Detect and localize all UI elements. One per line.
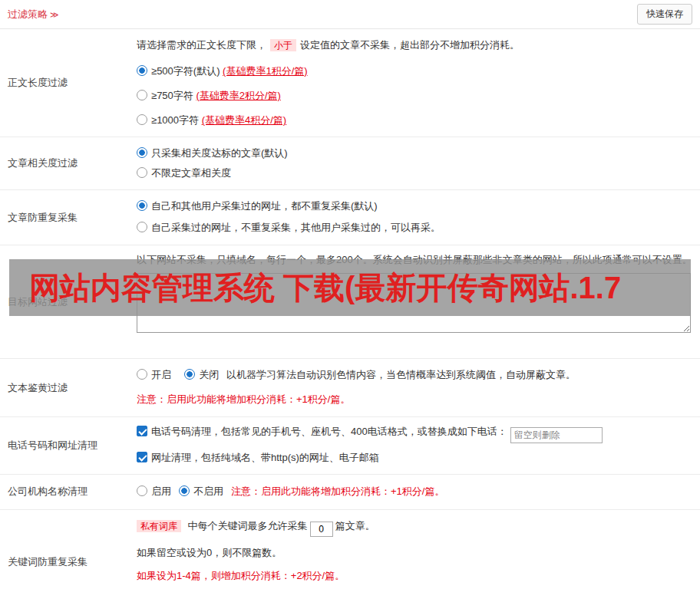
body-length-intro: 请选择需求的正文长度下限，小于设定值的文章不采集，超出部分不增加积分消耗。 — [137, 38, 692, 52]
checkbox-option-url-cleanup[interactable]: 网址清理，包括纯域名、带http(s)的网址、电子邮箱 — [137, 451, 692, 465]
intro-pre: 请选择需求的正文长度下限， — [137, 39, 266, 51]
keyword-limit-line: 私有词库 中每个关键词最多允许采集篇文章。 — [137, 519, 692, 537]
radio-option-dedupe-self[interactable]: 自己采集过的网址，不重复采集，其他用户采集过的，可以再采。 — [137, 221, 692, 235]
radio-option-porn-off[interactable]: 关闭 — [184, 369, 219, 380]
keyword-limit-input[interactable] — [310, 522, 333, 537]
option-text: 不启用 — [193, 485, 223, 497]
intro-post: 设定值的文章不采集，超出部分不增加积分消耗。 — [300, 39, 520, 51]
line-text: 中每个关键词最多允许采集 — [185, 520, 308, 531]
option-text: ≥500字符(默认) — [151, 65, 223, 77]
replacement-phone-input[interactable] — [510, 427, 603, 443]
keyword-cost-note: 如果设为1-4篇，则增加积分消耗：+2积分/篇。 — [137, 569, 692, 583]
row-label-phone-url: 电话号码和网址清理 — [0, 417, 132, 474]
porn-filter-options: 开启 关闭 以机器学习算法自动识别色情内容，当色情概率达到系统阈值，自动屏蔽文章… — [137, 368, 692, 382]
line-text: 篇文章。 — [335, 520, 375, 531]
private-lexicon-chip: 私有词库 — [137, 520, 181, 532]
option-fee-note: (基础费率4积分/篇) — [202, 114, 287, 126]
radio-icon[interactable] — [137, 485, 147, 496]
radio-option-porn-on[interactable]: 开启 — [137, 369, 171, 380]
option-text: ≥750字符 — [151, 90, 196, 101]
keyword-note-unlimited: 如果留空或设为0，则不限篇数。 — [137, 546, 692, 560]
quick-save-button[interactable]: 快速保存 — [637, 4, 692, 25]
porn-filter-desc: 以机器学习算法自动识别色情内容，当色情概率达到系统阈值，自动屏蔽文章。 — [226, 369, 576, 380]
row-dedupe: 文章防重复采集 自己和其他用户采集过的网址，都不重复采集(默认) 自己采集过的网… — [0, 190, 700, 245]
radio-option-dedupe-all[interactable]: 自己和其他用户采集过的网址，都不重复采集(默认) — [137, 199, 692, 213]
intro-highlight-chip: 小于 — [270, 39, 296, 51]
row-label-porn-filter: 文本鉴黄过滤 — [0, 359, 132, 416]
option-text: 自己采集过的网址，不重复采集，其他用户采集过的，可以再采。 — [151, 222, 441, 233]
radio-option-1000[interactable]: ≥1000字符 (基础费率4积分/篇) — [137, 114, 692, 127]
option-text: 开启 — [151, 369, 171, 380]
row-label-keyword: 关键词防重复采集 — [0, 510, 132, 589]
company-cost-note: 注意：启用此功能将增加积分消耗：+1积分/篇。 — [231, 485, 444, 499]
row-phone-url-cleanup: 电话号码和网址清理 电话号码清理，包括常见的手机号、座机号、400电话格式，或替… — [0, 417, 700, 475]
radio-icon[interactable] — [137, 369, 147, 380]
radio-selected-icon[interactable] — [137, 200, 147, 211]
row-relevance: 文章相关度过滤 只采集相关度达标的文章(默认) 不限定文章相关度 — [0, 137, 700, 190]
checkbox-checked-icon[interactable] — [137, 426, 147, 436]
row-porn-filter: 文本鉴黄过滤 开启 关闭 以机器学习算法自动识别色情内容，当色情概率达到系统阈值… — [0, 359, 700, 417]
radio-icon[interactable] — [137, 167, 147, 178]
row-label-relevance: 文章相关度过滤 — [0, 137, 132, 189]
option-text: 只采集相关度达标的文章(默认) — [151, 147, 288, 159]
radio-option-company-on[interactable]: 启用 — [137, 485, 171, 499]
radio-option-750[interactable]: ≥750字符 (基础费率2积分/篇) — [137, 89, 692, 103]
option-text: 不限定文章相关度 — [151, 167, 231, 179]
page-title[interactable]: 过滤策略≫ — [8, 8, 59, 21]
row-label-company: 公司机构名称清理 — [0, 475, 132, 509]
row-label-dedupe: 文章防重复采集 — [0, 190, 132, 245]
page-header: 过滤策略≫ 快速保存 — [0, 0, 700, 29]
option-fee-note: (基础费率2积分/篇) — [196, 90, 281, 101]
option-text: 自己和其他用户采集过的网址，都不重复采集(默认) — [151, 200, 378, 212]
option-fee-note: (基础费率1积分/篇) — [223, 65, 308, 77]
checkbox-checked-icon[interactable] — [137, 452, 147, 462]
radio-icon[interactable] — [137, 222, 147, 232]
watermark-text: 网站内容管理系统 下载(最新开传奇网站.1.7 — [29, 267, 621, 309]
radio-selected-icon[interactable] — [179, 485, 190, 496]
radio-icon[interactable] — [137, 90, 147, 100]
row-label-body-length: 正文长度过滤 — [0, 29, 132, 137]
radio-selected-icon[interactable] — [184, 369, 195, 380]
radio-icon[interactable] — [137, 114, 147, 125]
option-text: ≥1000字符 — [151, 114, 202, 126]
radio-selected-icon[interactable] — [137, 147, 147, 158]
page-title-text: 过滤策略 — [8, 8, 48, 20]
row-body-length: 正文长度过滤 请选择需求的正文长度下限，小于设定值的文章不采集，超出部分不增加积… — [0, 29, 700, 137]
radio-option-500[interactable]: ≥500字符(默认) (基础费率1积分/篇) — [137, 64, 692, 78]
option-text: 电话号码清理，包括常见的手机号、座机号、400电话格式，或替换成如下电话： — [151, 426, 507, 437]
checkbox-option-phone-cleanup[interactable]: 电话号码清理，包括常见的手机号、座机号、400电话格式，或替换成如下电话： — [137, 425, 692, 443]
porn-filter-cost-note: 注意：启用此功能将增加积分消耗：+1积分/篇。 — [137, 393, 692, 406]
row-keyword-dedupe: 关键词防重复采集 私有词库 中每个关键词最多允许采集篇文章。 如果留空或设为0，… — [0, 510, 700, 589]
row-company-cleanup: 公司机构名称清理 启用 不启用 注意：启用此功能将增加积分消耗：+1积分/篇。 — [0, 475, 700, 510]
watermark-overlay: 网站内容管理系统 下载(最新开传奇网站.1.7 — [9, 259, 691, 316]
chevron-down-icon: ≫ — [50, 10, 59, 19]
option-text: 启用 — [151, 485, 171, 497]
option-text: 关闭 — [199, 369, 219, 380]
radio-option-company-off[interactable]: 不启用 — [179, 485, 223, 499]
radio-selected-icon[interactable] — [137, 65, 147, 76]
option-text: 网址清理，包括纯域名、带http(s)的网址、电子邮箱 — [151, 452, 379, 463]
radio-option-relevance-strict[interactable]: 只采集相关度达标的文章(默认) — [137, 146, 692, 160]
radio-option-relevance-any[interactable]: 不限定文章相关度 — [137, 166, 692, 180]
